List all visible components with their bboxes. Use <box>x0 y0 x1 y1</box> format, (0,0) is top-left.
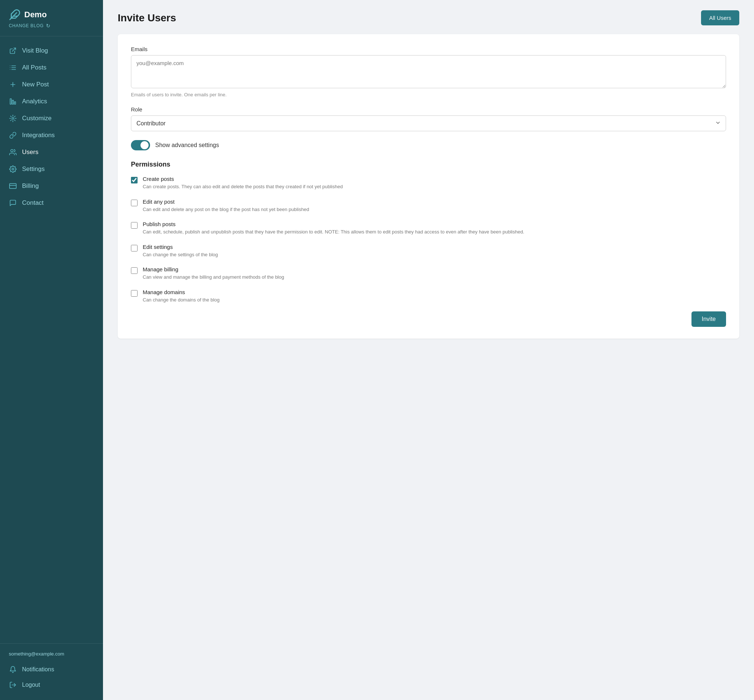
link-icon <box>9 131 17 139</box>
change-blog-label: CHANGE BLOG <box>9 23 44 28</box>
svg-point-16 <box>12 169 14 170</box>
sidebar: Demo CHANGE BLOG ↻ Visit Blog <box>0 0 103 700</box>
invite-form-card: Emails Emails of users to invite. One em… <box>118 34 739 339</box>
sidebar-item-label: Settings <box>22 166 44 173</box>
brand: Demo <box>9 9 94 20</box>
users-icon <box>9 148 17 156</box>
sidebar-item-notifications[interactable]: Notifications <box>9 662 94 677</box>
svg-rect-13 <box>14 102 16 105</box>
sidebar-item-new-post[interactable]: New Post <box>0 76 103 93</box>
brand-name: Demo <box>24 10 47 19</box>
permission-desc: Can edit, schedule, publish and unpublis… <box>143 228 524 236</box>
permission-name: Manage domains <box>143 289 220 295</box>
sidebar-item-label: Billing <box>22 182 39 190</box>
svg-point-14 <box>12 118 14 119</box>
sidebar-item-label: Users <box>22 148 38 156</box>
page-header: Invite Users All Users <box>103 0 754 34</box>
bell-icon <box>9 666 17 673</box>
permission-name: Create posts <box>143 176 343 182</box>
permission-item-publish-posts: Publish posts Can edit, schedule, publis… <box>131 221 726 236</box>
main-content: Invite Users All Users Emails Emails of … <box>103 0 754 700</box>
emails-label: Emails <box>131 46 726 52</box>
permission-text-edit-any-post: Edit any post Can edit and delete any po… <box>143 198 309 213</box>
logout-label: Logout <box>22 681 40 688</box>
role-group: Role Contributor Admin Editor <box>131 106 726 131</box>
change-blog-icon: ↻ <box>46 23 51 29</box>
sidebar-nav: Visit Blog All Posts <box>0 36 103 644</box>
toggle-slider <box>131 140 150 150</box>
change-blog-btn[interactable]: CHANGE BLOG ↻ <box>9 23 94 29</box>
emails-input[interactable] <box>131 55 726 88</box>
sidebar-item-analytics[interactable]: Analytics <box>0 93 103 110</box>
permission-desc: Can change the domains of the blog <box>143 296 220 304</box>
permission-desc: Can view and manage the billing and paym… <box>143 273 284 281</box>
bar-chart-icon <box>9 97 17 106</box>
permission-checkbox-manage-billing[interactable] <box>131 267 138 274</box>
page-title: Invite Users <box>118 12 176 24</box>
permission-checkbox-publish-posts[interactable] <box>131 222 138 229</box>
permission-item-manage-billing: Manage billing Can view and manage the b… <box>131 266 726 281</box>
permission-text-edit-settings: Edit settings Can change the settings of… <box>143 244 218 258</box>
sidebar-item-contact[interactable]: Contact <box>0 194 103 211</box>
sidebar-item-integrations[interactable]: Integrations <box>0 127 103 144</box>
emails-group: Emails Emails of users to invite. One em… <box>131 46 726 97</box>
permission-text-manage-domains: Manage domains Can change the domains of… <box>143 289 220 304</box>
role-label: Role <box>131 106 726 112</box>
sidebar-item-visit-blog[interactable]: Visit Blog <box>0 42 103 59</box>
permission-item-create-posts: Create posts Can create posts. They can … <box>131 176 726 191</box>
sidebar-item-label: Visit Blog <box>22 47 48 55</box>
list-icon <box>9 64 17 72</box>
svg-rect-11 <box>10 99 11 105</box>
log-out-icon <box>9 681 17 689</box>
permissions-title: Permissions <box>131 161 726 169</box>
all-users-button[interactable]: All Users <box>701 10 739 25</box>
permission-text-manage-billing: Manage billing Can view and manage the b… <box>143 266 284 281</box>
svg-rect-17 <box>9 183 16 188</box>
permission-checkbox-edit-settings[interactable] <box>131 245 138 252</box>
permission-text-create-posts: Create posts Can create posts. They can … <box>143 176 343 191</box>
sidebar-item-settings[interactable]: Settings <box>0 161 103 178</box>
permission-name: Edit settings <box>143 244 218 250</box>
form-actions: Invite <box>131 311 726 327</box>
svg-line-2 <box>12 48 16 52</box>
sidebar-item-label: Integrations <box>22 131 55 139</box>
notifications-label: Notifications <box>22 666 54 673</box>
permission-item-edit-settings: Edit settings Can change the settings of… <box>131 244 726 258</box>
permission-item-edit-any-post: Edit any post Can edit and delete any po… <box>131 198 726 213</box>
sidebar-item-label: All Posts <box>22 64 46 71</box>
sidebar-item-label: Customize <box>22 115 52 122</box>
permission-desc: Can edit and delete any post on the blog… <box>143 206 309 213</box>
permission-name: Edit any post <box>143 198 309 205</box>
role-select[interactable]: Contributor Admin Editor <box>131 116 726 131</box>
permission-desc: Can change the settings of the blog <box>143 251 218 258</box>
sidebar-item-logout[interactable]: Logout <box>9 677 94 693</box>
svg-rect-12 <box>12 100 13 105</box>
credit-card-icon <box>9 182 17 190</box>
advanced-settings-toggle[interactable] <box>131 140 150 150</box>
permission-name: Publish posts <box>143 221 524 227</box>
permission-item-manage-domains: Manage domains Can change the domains of… <box>131 289 726 304</box>
emails-hint: Emails of users to invite. One emails pe… <box>131 92 726 97</box>
role-select-wrapper: Contributor Admin Editor <box>131 116 726 131</box>
sidebar-header: Demo CHANGE BLOG ↻ <box>0 0 103 36</box>
advanced-settings-row: Show advanced settings <box>131 140 726 150</box>
invite-button[interactable]: Invite <box>691 311 726 327</box>
sidebar-item-billing[interactable]: Billing <box>0 178 103 194</box>
permissions-section: Permissions Create posts Can create post… <box>131 161 726 303</box>
permission-checkbox-manage-domains[interactable] <box>131 290 138 297</box>
permission-checkbox-edit-any-post[interactable] <box>131 200 138 206</box>
sidebar-item-label: Contact <box>22 199 44 206</box>
sidebar-item-all-posts[interactable]: All Posts <box>0 59 103 76</box>
permission-desc: Can create posts. They can also edit and… <box>143 183 343 191</box>
sidebar-item-users[interactable]: Users <box>0 144 103 161</box>
user-email: something@example.com <box>9 651 94 656</box>
brand-logo-icon <box>9 9 20 20</box>
permission-checkbox-create-posts[interactable] <box>131 177 138 183</box>
plus-icon <box>9 81 17 89</box>
sidebar-item-label: Analytics <box>22 98 47 105</box>
svg-point-15 <box>11 150 13 152</box>
advanced-settings-label: Show advanced settings <box>155 142 219 148</box>
sidebar-item-customize[interactable]: Customize <box>0 110 103 127</box>
customize-icon <box>9 114 17 122</box>
external-link-icon <box>9 47 17 55</box>
